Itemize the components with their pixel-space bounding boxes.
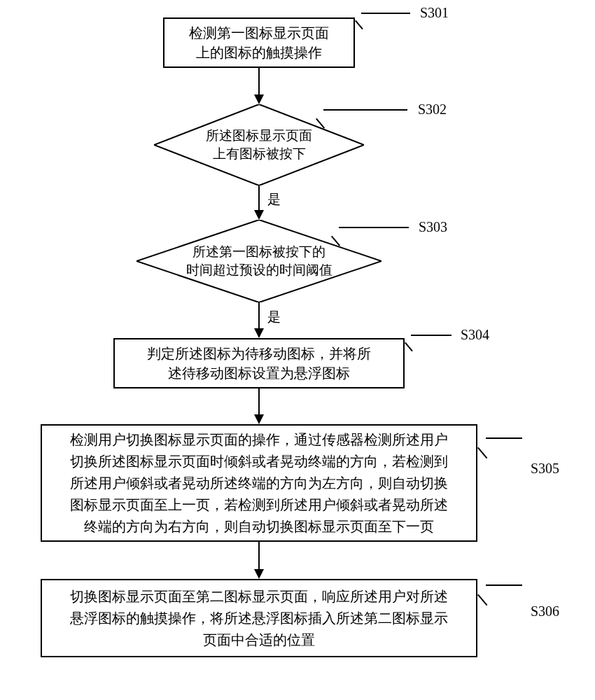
callout-line [323,109,407,111]
arrow-head [254,210,264,220]
step-s306-box: 切换图标显示页面至第二图标显示页面，响应所述用户对所述 悬浮图标的触摸操作，将所… [41,579,477,657]
diamond-text: 所述第一图标被按下的 时间超过预设的时间阈值 [151,243,367,279]
edge-yes-2: 是 [267,308,281,326]
step-s303-diamond: 所述第一图标被按下的 时间超过预设的时间阈值 [136,220,382,302]
callout-slash [405,342,413,352]
label-s306: S306 [531,603,559,620]
arrow-head [254,569,264,579]
callout-line [486,438,522,439]
callout-slash [477,594,487,606]
step-s302-diamond: 所述图标显示页面 上有图标被按下 [154,104,364,186]
label-s304: S304 [461,327,489,343]
step-s304-box: 判定所述图标为待移动图标，并将所 述待移动图标设置为悬浮图标 [113,338,405,388]
arrow [258,186,260,212]
step-s301-box: 检测第一图标显示页面 上的图标的触摸操作 [163,18,355,68]
flowchart-container: 检测第一图标显示页面 上的图标的触摸操作 S301 所述图标显示页面 上有图标被… [0,0,595,700]
callout-line [486,584,522,586]
label-s303: S303 [419,219,447,235]
arrow [258,542,260,571]
callout-slash [355,20,363,30]
edge-yes-1: 是 [267,190,281,209]
arrow-head [254,328,264,338]
callout-line [411,335,451,336]
callout-line [339,227,409,228]
diamond-text: 所述图标显示页面 上有图标被按下 [167,127,351,162]
label-s302: S302 [418,102,447,118]
arrow [258,302,260,330]
callout-slash [477,447,487,459]
arrow-head [254,94,264,104]
arrow [258,388,260,416]
arrow-head [254,414,264,424]
label-s305: S305 [531,461,559,477]
label-s301: S301 [420,5,449,21]
callout-line [361,13,410,14]
arrow [258,68,260,96]
step-s305-box: 检测用户切换图标显示页面的操作，通过传感器检测所述用户 切换所述图标显示页面时倾… [41,424,477,542]
